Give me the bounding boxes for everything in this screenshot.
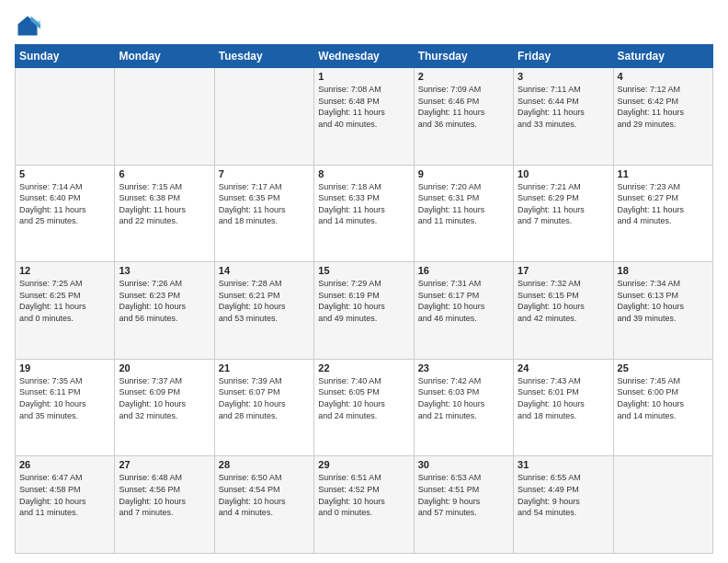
day-number: 15 (318, 265, 409, 276)
calendar-cell: 14Sunrise: 7:28 AM Sunset: 6:21 PM Dayli… (214, 262, 313, 360)
calendar-week-0: 1Sunrise: 7:08 AM Sunset: 6:48 PM Daylig… (16, 68, 713, 166)
calendar-cell: 24Sunrise: 7:43 AM Sunset: 6:01 PM Dayli… (514, 359, 613, 456)
calendar-cell: 30Sunrise: 6:53 AM Sunset: 4:51 PM Dayli… (414, 456, 513, 554)
calendar-week-4: 26Sunrise: 6:47 AM Sunset: 4:58 PM Dayli… (16, 456, 713, 554)
calendar-cell: 15Sunrise: 7:29 AM Sunset: 6:19 PM Dayli… (314, 262, 414, 360)
day-header-monday: Monday (115, 45, 214, 68)
day-header-sunday: Sunday (16, 45, 115, 68)
day-number: 4 (618, 71, 709, 82)
day-info: Sunrise: 7:20 AM Sunset: 6:31 PM Dayligh… (418, 181, 509, 227)
day-info: Sunrise: 7:31 AM Sunset: 6:17 PM Dayligh… (418, 278, 509, 324)
calendar-cell (214, 68, 313, 166)
day-info: Sunrise: 7:43 AM Sunset: 6:01 PM Dayligh… (518, 375, 609, 421)
calendar-week-2: 12Sunrise: 7:25 AM Sunset: 6:25 PM Dayli… (16, 262, 713, 360)
calendar-cell: 10Sunrise: 7:21 AM Sunset: 6:29 PM Dayli… (514, 165, 613, 262)
calendar-cell: 27Sunrise: 6:48 AM Sunset: 4:56 PM Dayli… (115, 456, 214, 554)
day-number: 19 (19, 362, 110, 373)
calendar-cell: 29Sunrise: 6:51 AM Sunset: 4:52 PM Dayli… (314, 456, 414, 554)
calendar-cell: 25Sunrise: 7:45 AM Sunset: 6:00 PM Dayli… (613, 359, 712, 456)
calendar-cell: 5Sunrise: 7:14 AM Sunset: 6:40 PM Daylig… (16, 165, 115, 262)
calendar-cell: 11Sunrise: 7:23 AM Sunset: 6:27 PM Dayli… (613, 165, 712, 262)
calendar-cell: 2Sunrise: 7:09 AM Sunset: 6:46 PM Daylig… (414, 68, 513, 166)
day-number: 26 (19, 459, 110, 470)
calendar-cell: 17Sunrise: 7:32 AM Sunset: 6:15 PM Dayli… (514, 262, 613, 360)
day-info: Sunrise: 7:26 AM Sunset: 6:23 PM Dayligh… (119, 278, 210, 324)
day-info: Sunrise: 7:28 AM Sunset: 6:21 PM Dayligh… (219, 278, 310, 324)
day-number: 9 (418, 168, 509, 179)
day-header-tuesday: Tuesday (214, 45, 313, 68)
day-info: Sunrise: 7:39 AM Sunset: 6:07 PM Dayligh… (219, 375, 310, 421)
calendar-cell: 23Sunrise: 7:42 AM Sunset: 6:03 PM Dayli… (414, 359, 513, 456)
day-info: Sunrise: 7:37 AM Sunset: 6:09 PM Dayligh… (119, 375, 210, 421)
calendar-cell (16, 68, 115, 166)
calendar-table: SundayMondayTuesdayWednesdayThursdayFrid… (15, 44, 713, 554)
calendar-cell: 18Sunrise: 7:34 AM Sunset: 6:13 PM Dayli… (613, 262, 712, 360)
calendar-cell: 26Sunrise: 6:47 AM Sunset: 4:58 PM Dayli… (16, 456, 115, 554)
day-info: Sunrise: 7:29 AM Sunset: 6:19 PM Dayligh… (318, 278, 409, 324)
calendar-cell: 16Sunrise: 7:31 AM Sunset: 6:17 PM Dayli… (414, 262, 513, 360)
day-header-wednesday: Wednesday (314, 45, 414, 68)
day-info: Sunrise: 7:42 AM Sunset: 6:03 PM Dayligh… (418, 375, 509, 421)
day-number: 21 (219, 362, 310, 373)
calendar-cell: 28Sunrise: 6:50 AM Sunset: 4:54 PM Dayli… (214, 456, 313, 554)
day-number: 30 (418, 459, 509, 470)
calendar-cell: 21Sunrise: 7:39 AM Sunset: 6:07 PM Dayli… (214, 359, 313, 456)
day-number: 7 (219, 168, 310, 179)
day-number: 5 (19, 168, 110, 179)
day-info: Sunrise: 7:18 AM Sunset: 6:33 PM Dayligh… (318, 181, 409, 227)
day-number: 29 (318, 459, 409, 470)
day-number: 13 (119, 265, 210, 276)
day-number: 6 (119, 168, 210, 179)
day-info: Sunrise: 6:55 AM Sunset: 4:49 PM Dayligh… (518, 472, 609, 518)
day-info: Sunrise: 7:21 AM Sunset: 6:29 PM Dayligh… (518, 181, 609, 227)
day-number: 28 (219, 459, 310, 470)
calendar-cell: 9Sunrise: 7:20 AM Sunset: 6:31 PM Daylig… (414, 165, 513, 262)
calendar-cell: 13Sunrise: 7:26 AM Sunset: 6:23 PM Dayli… (115, 262, 214, 360)
calendar-week-1: 5Sunrise: 7:14 AM Sunset: 6:40 PM Daylig… (16, 165, 713, 262)
day-number: 11 (618, 168, 709, 179)
day-info: Sunrise: 7:35 AM Sunset: 6:11 PM Dayligh… (19, 375, 110, 421)
calendar-week-3: 19Sunrise: 7:35 AM Sunset: 6:11 PM Dayli… (16, 359, 713, 456)
calendar-cell: 6Sunrise: 7:15 AM Sunset: 6:38 PM Daylig… (115, 165, 214, 262)
day-number: 27 (119, 459, 210, 470)
header (15, 13, 713, 39)
day-header-friday: Friday (514, 45, 613, 68)
svg-marker-0 (18, 17, 38, 36)
day-number: 18 (618, 265, 709, 276)
day-number: 1 (318, 71, 409, 82)
day-number: 12 (19, 265, 110, 276)
day-info: Sunrise: 7:08 AM Sunset: 6:48 PM Dayligh… (318, 84, 409, 130)
day-number: 8 (318, 168, 409, 179)
day-info: Sunrise: 7:17 AM Sunset: 6:35 PM Dayligh… (219, 181, 310, 227)
calendar-cell: 7Sunrise: 7:17 AM Sunset: 6:35 PM Daylig… (214, 165, 313, 262)
day-info: Sunrise: 7:11 AM Sunset: 6:44 PM Dayligh… (518, 84, 609, 130)
day-number: 20 (119, 362, 210, 373)
day-number: 14 (219, 265, 310, 276)
calendar-header-row: SundayMondayTuesdayWednesdayThursdayFrid… (16, 45, 713, 68)
calendar-cell (613, 456, 712, 554)
calendar-cell: 12Sunrise: 7:25 AM Sunset: 6:25 PM Dayli… (16, 262, 115, 360)
day-info: Sunrise: 7:25 AM Sunset: 6:25 PM Dayligh… (19, 278, 110, 324)
day-info: Sunrise: 6:53 AM Sunset: 4:51 PM Dayligh… (418, 472, 509, 518)
day-number: 25 (618, 362, 709, 373)
day-number: 22 (318, 362, 409, 373)
day-info: Sunrise: 7:12 AM Sunset: 6:42 PM Dayligh… (618, 84, 709, 130)
calendar-cell: 22Sunrise: 7:40 AM Sunset: 6:05 PM Dayli… (314, 359, 414, 456)
logo (15, 13, 44, 39)
day-info: Sunrise: 7:15 AM Sunset: 6:38 PM Dayligh… (119, 181, 210, 227)
day-number: 2 (418, 71, 509, 82)
calendar-cell: 31Sunrise: 6:55 AM Sunset: 4:49 PM Dayli… (514, 456, 613, 554)
calendar-cell: 3Sunrise: 7:11 AM Sunset: 6:44 PM Daylig… (514, 68, 613, 166)
day-info: Sunrise: 7:34 AM Sunset: 6:13 PM Dayligh… (618, 278, 709, 324)
day-number: 16 (418, 265, 509, 276)
logo-icon (15, 13, 40, 39)
day-info: Sunrise: 7:45 AM Sunset: 6:00 PM Dayligh… (618, 375, 709, 421)
day-info: Sunrise: 7:23 AM Sunset: 6:27 PM Dayligh… (618, 181, 709, 227)
calendar-cell (115, 68, 214, 166)
calendar-cell: 8Sunrise: 7:18 AM Sunset: 6:33 PM Daylig… (314, 165, 414, 262)
day-number: 17 (518, 265, 609, 276)
day-info: Sunrise: 6:51 AM Sunset: 4:52 PM Dayligh… (318, 472, 409, 518)
page: SundayMondayTuesdayWednesdayThursdayFrid… (0, 0, 728, 563)
day-info: Sunrise: 7:32 AM Sunset: 6:15 PM Dayligh… (518, 278, 609, 324)
day-info: Sunrise: 6:50 AM Sunset: 4:54 PM Dayligh… (219, 472, 310, 518)
